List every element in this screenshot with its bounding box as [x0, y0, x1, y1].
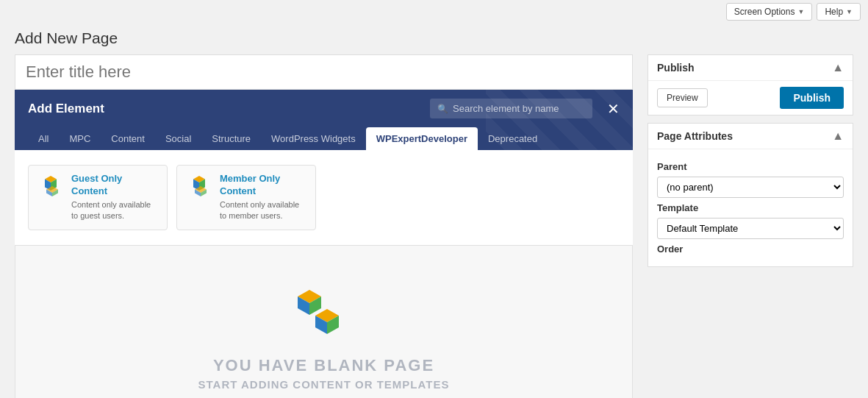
content-area: Add Element 🔍 ✕ All MPC Content Social S…: [15, 54, 633, 398]
member-only-name: Member Only Content: [220, 173, 306, 198]
screen-options-button[interactable]: Screen Options ▼: [726, 3, 813, 21]
preview-button[interactable]: Preview: [657, 88, 708, 107]
member-only-icon: [186, 173, 212, 199]
page-title: Add New Page: [0, 24, 868, 54]
page-attributes-collapse-icon[interactable]: ▲: [832, 129, 844, 143]
tab-deprecated[interactable]: Deprecated: [478, 127, 548, 150]
element-tabs: All MPC Content Social Structure WordPre…: [15, 127, 633, 150]
template-select[interactable]: Default Template: [657, 218, 844, 239]
blank-page-logo: [295, 282, 354, 341]
element-card-guest-only[interactable]: Guest Only Content Content only availabl…: [28, 165, 168, 230]
publish-box-title: Publish: [657, 62, 695, 74]
tab-content[interactable]: Content: [101, 127, 155, 150]
guest-only-icon: [37, 173, 64, 199]
top-bar: Screen Options ▼ Help ▼: [0, 0, 868, 24]
add-element-title: Add Element: [28, 102, 104, 116]
tab-social[interactable]: Social: [155, 127, 201, 150]
main-layout: Add Element 🔍 ✕ All MPC Content Social S…: [0, 54, 868, 398]
page-attributes-content: Parent (no parent) Template Default Temp…: [648, 149, 853, 266]
element-search-box: 🔍: [430, 99, 592, 118]
parent-select[interactable]: (no parent): [657, 177, 844, 198]
help-label: Help: [825, 7, 843, 17]
guest-only-info: Guest Only Content Content only availabl…: [71, 173, 158, 222]
publish-box-header: Publish ▲: [648, 55, 853, 81]
screen-options-label: Screen Options: [734, 7, 795, 17]
element-search-input[interactable]: [453, 103, 585, 114]
tab-wpexpertdeveloper[interactable]: WPExpertDeveloper: [366, 127, 478, 150]
page-title-input[interactable]: [15, 54, 633, 90]
page-attributes-title: Page Attributes: [657, 130, 733, 142]
order-label: Order: [657, 244, 844, 255]
template-label: Template: [657, 202, 844, 213]
blank-page-area: YOU HAVE BLANK PAGE START ADDING CONTENT…: [15, 245, 633, 398]
publish-box: Publish ▲ Preview Publish: [648, 54, 853, 116]
blank-page-line1: YOU HAVE BLANK PAGE: [198, 356, 450, 375]
blank-page-text: YOU HAVE BLANK PAGE START ADDING CONTENT…: [198, 356, 450, 391]
add-element-controls: 🔍 ✕: [430, 99, 620, 118]
tab-wordpress-widgets[interactable]: WordPress Widgets: [261, 127, 366, 150]
blank-page-line2: START ADDING CONTENT OR TEMPLATES: [198, 378, 450, 391]
tab-all[interactable]: All: [28, 127, 59, 150]
member-only-info: Member Only Content Content only availab…: [220, 173, 306, 222]
publish-actions: Preview Publish: [648, 81, 853, 115]
add-element-header: Add Element 🔍 ✕: [15, 90, 633, 127]
search-icon: 🔍: [437, 104, 448, 114]
help-caret-icon: ▼: [846, 8, 853, 15]
tab-structure[interactable]: Structure: [201, 127, 261, 150]
parent-label: Parent: [657, 161, 844, 172]
page-attributes-header: Page Attributes ▲: [648, 124, 853, 149]
element-card-member-only[interactable]: Member Only Content Content only availab…: [176, 165, 316, 230]
member-only-desc: Content only available to member users.: [220, 199, 306, 222]
guest-only-name: Guest Only Content: [71, 173, 158, 198]
screen-options-caret-icon: ▼: [797, 8, 804, 15]
elements-grid: Guest Only Content Content only availabl…: [15, 150, 633, 245]
guest-only-desc: Content only available to guest users.: [71, 199, 158, 222]
tab-mpc[interactable]: MPC: [59, 127, 101, 150]
add-element-panel: Add Element 🔍 ✕ All MPC Content Social S…: [15, 90, 633, 150]
sidebar: Publish ▲ Preview Publish Page Attribute…: [648, 54, 853, 398]
publish-box-collapse-icon[interactable]: ▲: [832, 61, 844, 74]
help-button[interactable]: Help ▼: [817, 3, 861, 21]
page-attributes-box: Page Attributes ▲ Parent (no parent) Tem…: [648, 123, 853, 267]
publish-button[interactable]: Publish: [780, 87, 844, 109]
close-add-element-button[interactable]: ✕: [607, 102, 620, 116]
